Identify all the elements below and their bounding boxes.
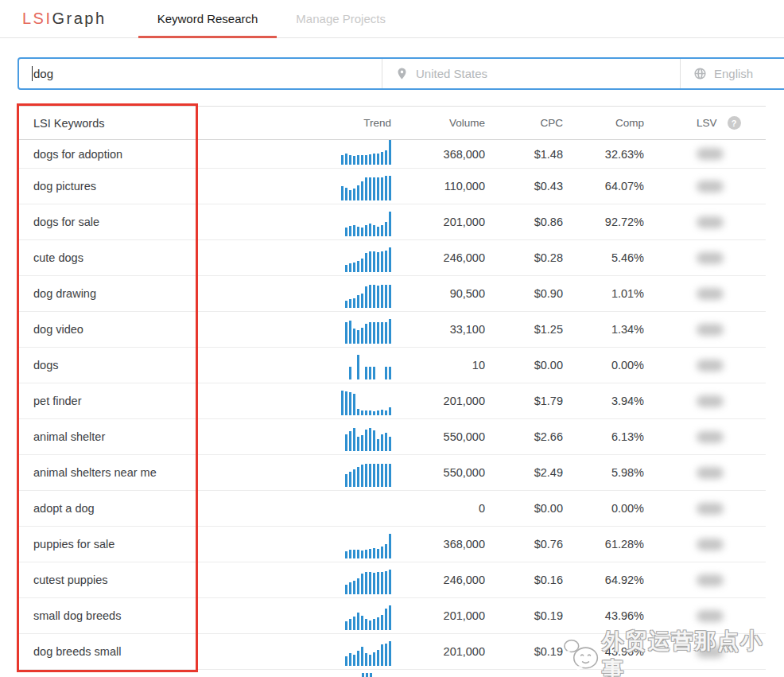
volume-cell: 550,000 (393, 466, 485, 479)
lsv-help-icon[interactable]: ? (728, 116, 741, 130)
cpc-cell: $0.28 (485, 251, 563, 264)
location-pin-icon (395, 67, 409, 80)
lsv-cell (644, 148, 766, 160)
keyword-cell[interactable]: dogs for adoption (17, 148, 199, 161)
tab-keyword-research[interactable]: Keyword Research (138, 0, 278, 37)
trend-sparkline (343, 462, 391, 487)
header-cpc: CPC (485, 117, 563, 129)
lsv-cell (644, 181, 766, 193)
cpc-cell: $0.86 (485, 216, 563, 228)
lsv-blurred-value (697, 324, 724, 336)
volume-cell: 110,000 (393, 180, 485, 193)
table-row[interactable]: dog drawing 90,500 $0.90 1.01% (17, 276, 766, 312)
lsv-blurred-value (697, 395, 724, 407)
cpc-cell: $1.79 (485, 395, 563, 407)
table-row[interactable]: dogs for sale 201,000 $0.86 92.72% (17, 204, 766, 240)
lsv-cell (644, 288, 766, 300)
volume-cell: 0 (393, 502, 485, 515)
table-row[interactable]: puppies for sale 368,000 $0.76 61.28% (17, 527, 766, 562)
keyword-cell[interactable]: dog drawing (17, 287, 199, 300)
table-row[interactable]: animal shelters near me 550,000 $2.49 5.… (17, 455, 766, 491)
logo-lsi: LSI (22, 10, 52, 28)
comp-cell: 5.98% (563, 466, 644, 479)
location-value: United States (416, 67, 487, 80)
keyword-cell[interactable]: pet finder (17, 395, 199, 407)
keyword-cell[interactable]: small dog breeds (17, 609, 199, 622)
trend-sparkline (340, 140, 391, 165)
volume-cell: 550,000 (393, 430, 485, 443)
keyword-cell[interactable]: puppies for sale (17, 538, 199, 551)
lsv-blurred-value (697, 503, 724, 515)
trend-sparkline (343, 426, 391, 451)
lsv-cell (644, 360, 766, 372)
table-row[interactable]: dog pictures 110,000 $0.43 64.07% (17, 169, 766, 204)
trend-cell (199, 491, 393, 526)
volume-cell: 201,000 (393, 645, 485, 658)
table-row[interactable]: dog video 33,100 $1.25 1.34% (17, 312, 766, 348)
header-lsi-keywords: LSI Keywords (17, 117, 199, 130)
trend-cell (199, 312, 393, 347)
comp-cell: 5.46% (563, 251, 644, 264)
cpc-cell: $0.19 (485, 645, 563, 658)
comp-cell: 43.96% (563, 609, 644, 622)
trend-cell (199, 527, 393, 562)
table-row[interactable]: small dog breeds 201,000 $0.19 43.96% (17, 598, 766, 634)
keyword-cell[interactable]: animal shelter (17, 430, 199, 443)
next-row-chart-sliver (362, 673, 392, 677)
trend-sparkline (343, 319, 391, 344)
table-row[interactable]: adopt a dog 0 $0.00 0.00% (17, 491, 766, 527)
keyword-cell[interactable]: dogs for sale (17, 216, 199, 228)
trend-cell (199, 455, 393, 490)
cpc-cell: $0.43 (485, 180, 563, 193)
volume-cell: 10 (393, 359, 485, 372)
lsv-blurred-value (697, 216, 724, 228)
keyword-cell[interactable]: dog video (17, 323, 199, 336)
trend-cell (199, 140, 393, 168)
trend-cell (199, 562, 393, 597)
lsv-label: LSV (697, 117, 717, 129)
lsigraph-page: LSIGraph Keyword Research Manage Project… (0, 0, 784, 677)
comp-cell: 43.96% (563, 645, 644, 658)
volume-cell: 246,000 (393, 251, 485, 264)
keyword-cell[interactable]: animal shelters near me (17, 466, 199, 479)
comp-cell: 6.13% (563, 430, 644, 443)
comp-cell: 64.92% (563, 574, 644, 586)
lsv-blurred-value (697, 288, 724, 300)
cpc-cell: $2.66 (485, 430, 563, 443)
lsv-cell (644, 467, 766, 479)
text-cursor (32, 66, 33, 81)
table-row[interactable]: cutest puppies 246,000 $0.16 64.92% (17, 562, 766, 598)
keyword-value: dog (33, 67, 53, 80)
keyword-input[interactable]: dog (19, 59, 382, 88)
table-body: dogs for adoption 368,000 $1.48 32.63% d… (17, 140, 766, 670)
table-row[interactable]: dog breeds small 201,000 $0.19 43.96% (17, 634, 766, 670)
trend-sparkline (343, 570, 391, 594)
table-row[interactable]: pet finder 201,000 $1.79 3.94% (17, 383, 766, 419)
lsv-blurred-value (697, 574, 724, 586)
keyword-cell[interactable]: dogs (17, 359, 199, 372)
comp-cell: 64.07% (563, 180, 644, 193)
keyword-cell[interactable]: cutest puppies (17, 574, 199, 586)
keyword-cell[interactable]: dog pictures (17, 180, 199, 193)
trend-cell (199, 169, 393, 204)
keyword-cell[interactable]: cute dogs (17, 251, 199, 264)
trend-sparkline (343, 605, 391, 630)
table-row[interactable]: animal shelter 550,000 $2.66 6.13% (17, 419, 766, 455)
table-row[interactable]: dogs for adoption 368,000 $1.48 32.63% (17, 140, 766, 169)
table-row[interactable]: cute dogs 246,000 $0.28 5.46% (17, 240, 766, 276)
language-select[interactable]: English (680, 59, 784, 88)
comp-cell: 1.34% (563, 323, 644, 336)
trend-cell (199, 240, 393, 275)
table-row[interactable]: dogs 10 $0.00 0.00% (17, 348, 766, 383)
keyword-cell[interactable]: adopt a dog (17, 502, 199, 515)
keyword-cell[interactable]: dog breeds small (17, 645, 199, 658)
lsv-blurred-value (697, 610, 724, 622)
lsv-blurred-value (697, 252, 724, 264)
nav-tabs: Keyword Research Manage Projects (138, 0, 405, 37)
header-trend: Trend (199, 107, 393, 139)
lsv-cell (644, 431, 766, 443)
lsigraph-logo[interactable]: LSIGraph (22, 0, 107, 37)
location-select[interactable]: United States (382, 59, 680, 88)
trend-cell (199, 348, 393, 383)
tab-manage-projects[interactable]: Manage Projects (277, 0, 405, 37)
